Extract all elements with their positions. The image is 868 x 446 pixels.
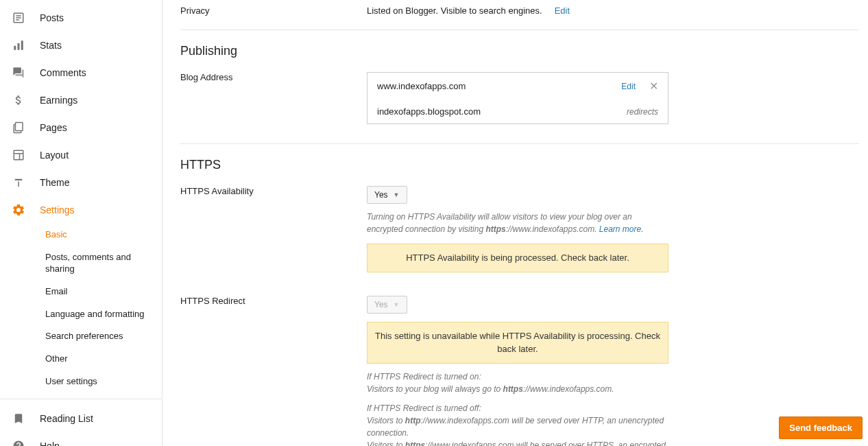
domain-edit-link[interactable]: Edit: [621, 82, 636, 91]
https-redirect-row: HTTPS Redirect Yes ▼ This setting is una…: [180, 287, 859, 447]
sidebar-item-label: Pages: [40, 122, 67, 133]
sidebar-item-theme[interactable]: Theme: [0, 169, 162, 196]
redirects-label: redirects: [627, 107, 658, 117]
bookmark-icon: [11, 411, 26, 426]
comments-icon: [11, 65, 26, 80]
svg-rect-6: [21, 40, 23, 50]
sidebar-item-earnings[interactable]: Earnings: [0, 86, 162, 114]
https-redirect-label: HTTPS Redirect: [180, 296, 367, 447]
sidebar-item-pages[interactable]: Pages: [0, 114, 162, 141]
sub-user-settings[interactable]: User settings: [45, 371, 162, 393]
chevron-down-icon: ▼: [394, 301, 400, 308]
svg-rect-5: [18, 43, 20, 50]
sidebar-item-label: Layout: [40, 150, 69, 161]
https-availability-row: HTTPS Availability Yes ▼ Turning on HTTP…: [180, 178, 859, 281]
sub-email[interactable]: Email: [45, 281, 162, 303]
sidebar-item-label: Theme: [40, 177, 70, 188]
pages-icon: [11, 120, 26, 135]
sidebar-item-label: Reading List: [40, 413, 93, 424]
sidebar-item-stats[interactable]: Stats: [0, 32, 162, 59]
publishing-heading: Publishing: [180, 44, 859, 58]
svg-rect-7: [16, 123, 23, 131]
blog-address-label: Blog Address: [180, 72, 367, 124]
https-redirect-on-help: If HTTPS Redirect is turned on: Visitors…: [367, 371, 668, 395]
sub-basic[interactable]: Basic: [45, 224, 162, 246]
https-availability-help: Turning on HTTPS Availability will allow…: [367, 211, 668, 235]
https-redirect-off-help: If HTTPS Redirect is turned off: Visitor…: [367, 402, 668, 447]
custom-domain: www.indexofapps.com: [377, 81, 621, 91]
blog-address-row: Blog Address www.indexofapps.com Edit ✕ …: [180, 64, 859, 132]
learn-more-link[interactable]: Learn more.: [599, 224, 644, 234]
privacy-label: Privacy: [180, 5, 367, 16]
main-content: Privacy Listed on Blogger. Visible to se…: [162, 0, 868, 446]
stats-icon: [11, 38, 26, 53]
gear-icon: [11, 202, 26, 218]
https-redirect-dropdown: Yes ▼: [367, 296, 407, 314]
sub-search-prefs[interactable]: Search preferences: [45, 325, 162, 348]
posts-icon: [11, 10, 26, 25]
settings-subnav: Basic Posts, comments and sharing Email …: [0, 224, 162, 393]
blogspot-row: indexofapps.blogspot.com redirects: [367, 99, 668, 124]
sidebar-item-label: Help: [40, 441, 60, 446]
help-icon: [11, 438, 26, 446]
sidebar-item-label: Settings: [40, 204, 75, 215]
dropdown-value: Yes: [374, 190, 388, 200]
svg-rect-8: [14, 150, 23, 160]
sidebar: Posts Stats Comments Earnings Pages Layo…: [0, 0, 162, 446]
sub-language[interactable]: Language and formatting: [45, 303, 162, 326]
sub-other[interactable]: Other: [45, 348, 162, 371]
theme-icon: [11, 175, 26, 190]
svg-rect-4: [14, 46, 16, 50]
privacy-edit-link[interactable]: Edit: [555, 5, 570, 16]
sidebar-item-label: Earnings: [40, 95, 77, 106]
https-availability-label: HTTPS Availability: [180, 186, 367, 272]
chevron-down-icon: ▼: [394, 191, 400, 198]
send-feedback-button[interactable]: Send feedback: [779, 416, 863, 439]
https-heading: HTTPS: [180, 158, 859, 172]
sidebar-item-posts[interactable]: Posts: [0, 4, 162, 32]
sidebar-item-label: Posts: [40, 12, 64, 23]
earnings-icon: [11, 93, 26, 108]
sidebar-item-reading-list[interactable]: Reading List: [0, 405, 162, 432]
dropdown-value: Yes: [374, 300, 388, 309]
https-redirect-banner: This setting is unavailable while HTTPS …: [367, 322, 668, 364]
sidebar-item-layout[interactable]: Layout: [0, 141, 162, 169]
layout-icon: [11, 148, 26, 163]
privacy-row: Privacy Listed on Blogger. Visible to se…: [180, 0, 859, 24]
https-availability-banner: HTTPS Availability is being processed. C…: [367, 244, 668, 272]
sidebar-item-label: Comments: [40, 67, 86, 78]
sidebar-item-label: Stats: [40, 40, 62, 51]
sidebar-item-help[interactable]: Help: [0, 432, 162, 446]
sidebar-item-comments[interactable]: Comments: [0, 59, 162, 86]
address-box: www.indexofapps.com Edit ✕ indexofapps.b…: [367, 72, 668, 124]
blogspot-domain: indexofapps.blogspot.com: [377, 106, 627, 117]
sub-posts-comments[interactable]: Posts, comments and sharing: [45, 246, 162, 281]
domain-remove-icon[interactable]: ✕: [649, 80, 658, 93]
custom-domain-row: www.indexofapps.com Edit ✕: [367, 73, 668, 99]
sidebar-item-settings[interactable]: Settings: [0, 196, 162, 224]
https-availability-dropdown[interactable]: Yes ▼: [367, 186, 407, 204]
privacy-value: Listed on Blogger. Visible to search eng…: [367, 5, 542, 16]
